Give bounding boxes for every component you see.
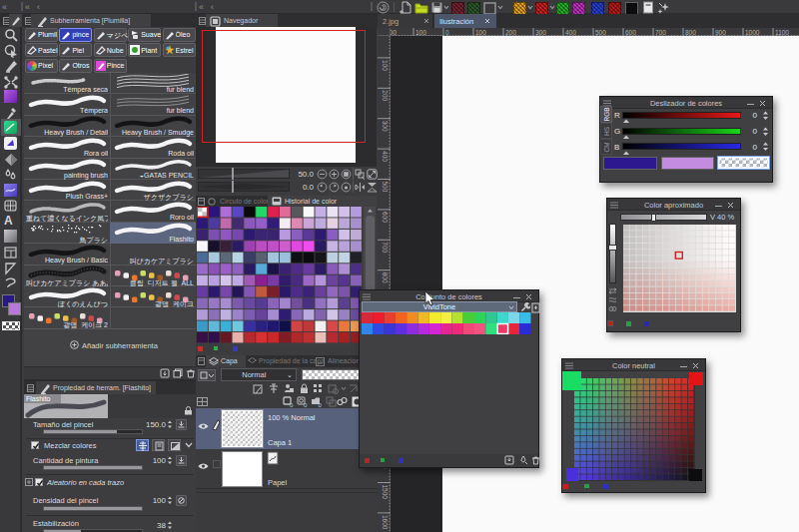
- svg-text:300: 300: [382, 121, 389, 132]
- svg-text:300: 300: [535, 29, 546, 36]
- svg-text:900: 900: [715, 29, 726, 36]
- svg-text:800: 800: [382, 272, 389, 283]
- svg-text:800: 800: [685, 29, 696, 36]
- svg-text:400: 400: [565, 29, 576, 36]
- svg-text:100: 100: [415, 29, 426, 36]
- svg-text:100: 100: [382, 60, 389, 71]
- svg-text:400: 400: [382, 151, 389, 162]
- svg-text:700: 700: [655, 29, 666, 36]
- svg-text:1100: 1100: [775, 29, 789, 36]
- svg-text:1000: 1000: [745, 29, 760, 36]
- svg-text:500: 500: [382, 182, 389, 193]
- svg-text:700: 700: [382, 242, 389, 253]
- svg-text:200: 200: [505, 29, 516, 36]
- svg-text:0: 0: [445, 29, 449, 36]
- svg-text:600: 600: [382, 212, 389, 223]
- svg-text:1500: 1500: [382, 485, 389, 500]
- svg-text:600: 600: [625, 29, 636, 36]
- svg-text:500: 500: [595, 29, 606, 36]
- svg-text:100: 100: [475, 29, 486, 36]
- svg-text:1600: 1600: [382, 515, 389, 530]
- svg-text:200: 200: [382, 90, 389, 101]
